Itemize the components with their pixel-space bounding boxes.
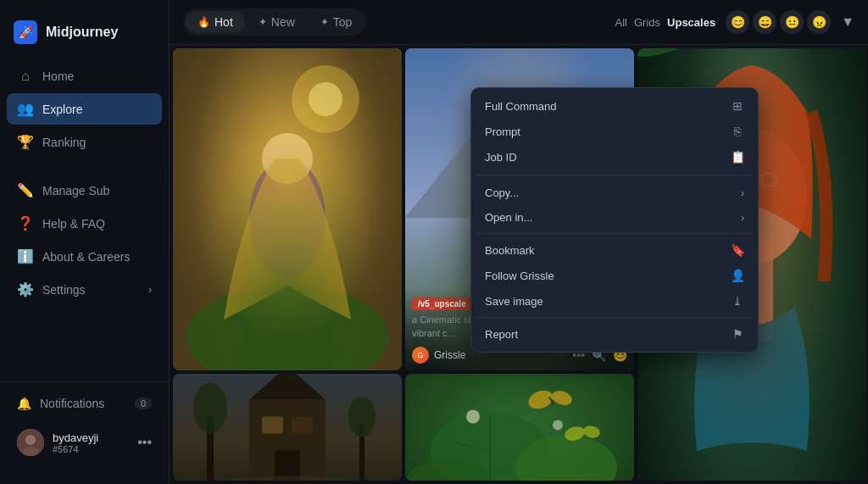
svg-point-51 [466, 410, 480, 424]
filter-icon[interactable]: ▼ [841, 14, 854, 30]
sidebar-item-notifications[interactable]: 🔔 Notifications 0 [7, 389, 162, 418]
svg-point-1 [25, 435, 36, 445]
svg-point-52 [553, 420, 563, 431]
card-user: G Grissle [412, 347, 465, 364]
image-mill[interactable] [173, 374, 402, 481]
tab-top[interactable]: ✦ Top [309, 11, 364, 33]
emoji-filter-2[interactable]: 😄 [753, 10, 776, 34]
sidebar-bottom: 🔔 Notifications 0 bydaveyji #5674 ••• [0, 381, 169, 470]
view-grids[interactable]: Grids [634, 16, 660, 29]
sidebar-item-explore[interactable]: 👥 Explore [7, 93, 162, 125]
ctx-separator-2 [476, 317, 753, 318]
home-icon: ⌂ [17, 69, 34, 84]
ctx-item-full-command[interactable]: Full Command ⊞ [476, 93, 753, 119]
ctx-item-open-in[interactable]: Open in... › [476, 205, 753, 230]
svg-rect-32 [292, 417, 313, 434]
explore-icon: 👥 [17, 101, 34, 117]
sidebar-item-label: About & Careers [42, 250, 131, 264]
sidebar-item-home[interactable]: ⌂ Home [7, 61, 162, 92]
svg-rect-3 [173, 48, 402, 370]
context-menu: Full Command ⊞ Prompt ⎘ Job ID 📋 [470, 87, 759, 353]
view-options: All Grids Upscales [615, 16, 716, 29]
ctx-item-save-image[interactable]: Save image ⤓ [476, 288, 753, 314]
sidebar-item-ranking[interactable]: 🏆 Ranking [7, 126, 162, 158]
app-logo[interactable]: 🚀 Midjourney [0, 14, 169, 61]
chevron-right-icon: › [148, 284, 152, 296]
ctx-follow-label: Follow Grissle [485, 270, 554, 282]
user-info: bydaveyji #5674 [53, 431, 129, 454]
image-rapunzel[interactable] [173, 48, 402, 370]
ctx-report-icon: ⚑ [731, 327, 744, 341]
about-icon: ℹ️ [17, 248, 34, 264]
sidebar-item-label: Help & FAQ [42, 217, 105, 231]
ctx-full-command-icon: ⊞ [731, 99, 744, 113]
ctx-item-bookmark[interactable]: Bookmark 🔖 [476, 237, 753, 263]
svg-point-27 [766, 177, 771, 182]
emoji-filter-4[interactable]: 😠 [807, 10, 831, 34]
context-menu-top-section: Full Command ⊞ Prompt ⎘ Job ID 📋 [476, 93, 753, 175]
sidebar-item-label: Home [42, 70, 74, 83]
sidebar-item-label: Manage Sub [42, 184, 109, 197]
notifications-badge: 0 [135, 398, 152, 409]
ctx-report-label: Report [485, 328, 518, 341]
sidebar: 🚀 Midjourney ⌂ Home 👥 Explore 🏆 Ranking … [0, 0, 170, 484]
ctx-copy-arrow: › [741, 187, 744, 199]
svg-point-26 [763, 174, 775, 186]
notifications-label: Notifications [40, 397, 104, 410]
sidebar-item-label: Settings [42, 283, 86, 297]
svg-point-25 [759, 172, 779, 187]
ctx-item-follow-grissle[interactable]: Follow Grissle 👤 [476, 263, 753, 288]
ctx-bookmark-icon: 🔖 [731, 243, 744, 257]
image-floral[interactable] [405, 374, 634, 481]
ctx-prompt-label: Prompt [485, 125, 520, 138]
ctx-job-id-icon: 📋 [731, 150, 744, 164]
emoji-filters: 😊 😄 😐 😠 [726, 10, 831, 34]
sidebar-item-settings[interactable]: ⚙️ Settings › [7, 274, 162, 305]
ctx-open-in-label: Open in... [485, 211, 532, 224]
tab-hot[interactable]: 🔥 Hot [186, 11, 245, 33]
avatar [17, 429, 44, 456]
bell-icon: 🔔 [17, 397, 31, 410]
tab-top-label: Top [333, 15, 353, 29]
svg-point-5 [186, 286, 389, 370]
tab-hot-label: Hot [214, 15, 233, 29]
topbar: 🔥 Hot ✦ New ✦ Top All Grids Upscales 😊 😄… [170, 0, 868, 45]
svg-point-8 [292, 65, 359, 133]
ctx-item-report[interactable]: Report ⚑ [476, 321, 753, 347]
svg-rect-31 [262, 417, 283, 434]
sidebar-item-label: Explore [42, 103, 82, 116]
ctx-save-label: Save image [485, 295, 543, 308]
ranking-icon: 🏆 [17, 134, 34, 150]
card-avatar: G [412, 347, 429, 364]
svg-point-17 [637, 48, 720, 69]
ctx-item-job-id[interactable]: Job ID 📋 [476, 144, 753, 170]
ctx-item-prompt[interactable]: Prompt ⎘ [476, 119, 753, 144]
help-icon: ❓ [17, 215, 34, 231]
hot-icon: 🔥 [198, 16, 210, 28]
ctx-copy-label: Copy... [485, 186, 519, 199]
app-name: Midjourney [46, 25, 118, 40]
user-profile[interactable]: bydaveyji #5674 ••• [7, 421, 162, 464]
ctx-item-copy[interactable]: Copy... › [476, 181, 753, 205]
tab-new[interactable]: ✦ New [247, 11, 307, 33]
ctx-job-id-label: Job ID [485, 151, 517, 164]
tab-group: 🔥 Hot ✦ New ✦ Top [183, 8, 366, 36]
view-all[interactable]: All [615, 16, 627, 29]
view-upscales[interactable]: Upscales [667, 16, 715, 29]
emoji-filter-3[interactable]: 😐 [780, 10, 804, 34]
svg-rect-4 [173, 48, 402, 370]
more-icon[interactable]: ••• [137, 435, 152, 450]
sidebar-item-about-careers[interactable]: ℹ️ About & Careers [7, 241, 162, 272]
sidebar-nav: ⌂ Home 👥 Explore 🏆 Ranking ✏️ Manage Sub… [0, 61, 169, 381]
tab-new-label: New [271, 15, 295, 29]
tag-badge: /v5_upscale [412, 298, 472, 310]
topbar-right: All Grids Upscales 😊 😄 😐 😠 ▼ [615, 10, 854, 34]
emoji-filter-1[interactable]: 😊 [726, 10, 749, 34]
sidebar-item-manage-sub[interactable]: ✏️ Manage Sub [7, 175, 162, 206]
sidebar-item-help-faq[interactable]: ❓ Help & FAQ [7, 208, 162, 239]
ctx-separator-1 [476, 233, 753, 234]
new-star-icon: ✦ [259, 16, 267, 28]
svg-rect-50 [405, 374, 634, 481]
ctx-prompt-icon: ⎘ [731, 125, 744, 138]
top-star-icon: ✦ [320, 16, 329, 28]
